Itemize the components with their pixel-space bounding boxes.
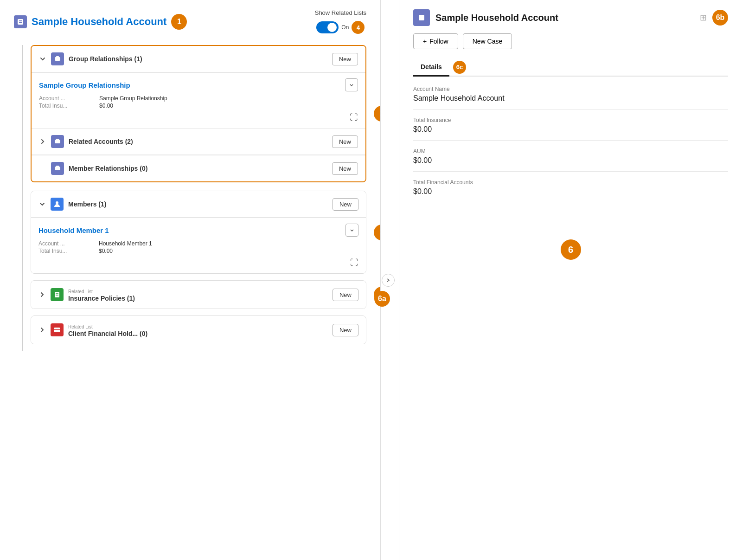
group-relationships-header: Group Relationships (1) New [32, 46, 365, 72]
group-relationship-link[interactable]: Sample Group Relationship [39, 81, 130, 89]
members-header: Members (1) New [31, 191, 366, 218]
tab-details[interactable]: Details [413, 58, 449, 77]
group-relationships-new-btn[interactable]: New [332, 53, 358, 65]
members-section: Members (1) New Household Member 1 [31, 191, 366, 274]
panel-expand-btn[interactable] [382, 274, 395, 287]
related-accounts-icon [51, 135, 64, 148]
right-panel-share-icon[interactable]: ⊞ [700, 13, 707, 23]
group-relationships-chevron[interactable] [39, 55, 46, 63]
grouped-related-section: Group Relationships (1) New Sample Group… [31, 45, 366, 182]
total-insurance-field: Total Insurance $0.00 [413, 117, 728, 141]
insurance-policies-chevron[interactable] [38, 291, 46, 298]
svg-rect-5 [55, 140, 60, 143]
insurance-policies-new-btn[interactable]: New [333, 289, 358, 301]
members-new-btn[interactable]: New [333, 198, 358, 211]
group-relationship-fields: Account ... Sample Group Relationship To… [39, 95, 358, 109]
annotation-6b: 6b [712, 10, 728, 26]
insurance-policies-title: Related List Insurance Policies (1) [68, 287, 328, 302]
group-relationship-record: Sample Group Relationship Account ... Sa… [32, 72, 365, 128]
related-accounts-new-btn[interactable]: New [332, 135, 358, 148]
member-record: Household Member 1 Account ... Household… [31, 218, 366, 273]
svg-rect-8 [56, 166, 59, 167]
member-relationships-icon [51, 162, 64, 175]
actions-row: + Follow New Case [413, 33, 728, 49]
member-record-fields: Account ... Household Member 1 Total Ins… [38, 240, 358, 254]
group-relationship-dropdown[interactable] [345, 78, 358, 91]
related-accounts-chevron[interactable] [39, 138, 46, 145]
client-financial-icon [51, 323, 64, 336]
group-relationships-icon [51, 52, 64, 65]
svg-rect-1 [19, 20, 22, 21]
page-title-area: Sample Household Account 1 [14, 14, 187, 30]
related-accounts-title: Related Accounts (2) [69, 138, 327, 145]
group-relationships-section: Group Relationships (1) New Sample Group… [32, 46, 365, 128]
svg-point-9 [56, 201, 58, 204]
tabs-row: Details 6c [413, 58, 728, 77]
member-record-title-row: Household Member 1 [38, 224, 358, 237]
client-financial-header: Related List Client Financial Hold... (0… [31, 316, 366, 344]
members-title: Members (1) [68, 200, 328, 208]
account-icon [14, 15, 27, 28]
main-lists: Group Relationships (1) New Sample Group… [31, 45, 366, 351]
annotation-6a: 6a [374, 291, 390, 307]
annotation-6: 6 [561, 239, 581, 260]
related-lists-outer: Group Relationships (1) New Sample Group… [14, 45, 366, 351]
insurance-policies-section: Related List Insurance Policies (1) New [31, 280, 366, 309]
client-financial-chevron[interactable] [38, 326, 46, 334]
account-name-field: Account Name Sample Household Account [413, 86, 728, 109]
svg-rect-2 [19, 22, 22, 23]
right-panel-title: Sample Household Account [435, 13, 694, 23]
total-financial-accounts-field: Total Financial Accounts $0.00 [413, 179, 728, 202]
svg-rect-10 [55, 292, 59, 297]
toggle-on-label: On [341, 24, 349, 31]
member-footer: ⛶ [38, 258, 358, 268]
svg-rect-7 [55, 167, 60, 170]
svg-rect-3 [55, 57, 60, 61]
right-header: Sample Household Account ⊞ 6b [413, 9, 728, 26]
client-financial-section: Related List Client Financial Hold... (0… [31, 315, 366, 344]
expand-arrow-area: 6a [380, 0, 399, 560]
annotation-2: 2 [374, 106, 380, 122]
group-relationships-title: Group Relationships (1) [69, 55, 327, 63]
member-hierarchy-icon[interactable]: ⛶ [350, 258, 358, 268]
page-title: Sample Household Account [32, 16, 166, 28]
member-record-link[interactable]: Household Member 1 [38, 226, 109, 234]
annotation-1: 1 [171, 14, 187, 30]
left-panel: Sample Household Account 1 Show Related … [0, 0, 380, 560]
svg-rect-6 [56, 139, 59, 140]
svg-rect-4 [56, 56, 59, 58]
related-accounts-section: Related Accounts (2) New [32, 128, 365, 155]
svg-rect-0 [18, 19, 23, 25]
hierarchy-icon[interactable]: ⛶ [350, 113, 358, 122]
member-relationships-new-btn[interactable]: New [332, 162, 358, 175]
related-accounts-header: Related Accounts (2) New [32, 129, 365, 155]
new-case-button[interactable]: New Case [463, 33, 512, 49]
details-section: Account Name Sample Household Account To… [413, 86, 728, 202]
record-footer: ⛶ [39, 113, 358, 122]
aum-field: AUM $0.00 [413, 148, 728, 172]
svg-rect-16 [419, 15, 424, 20]
follow-button[interactable]: + Follow [413, 33, 458, 49]
annotation-3: 3 [374, 225, 380, 240]
insurance-policies-header: Related List Insurance Policies (1) New [31, 281, 366, 309]
member-relationships-section: Member Relationships (0) New [32, 155, 365, 181]
annotation-6c: 6c [453, 61, 466, 74]
client-financial-new-btn[interactable]: New [333, 324, 358, 336]
toggle-wrapper: On 4 [316, 21, 365, 34]
record-title-row: Sample Group Relationship [39, 78, 358, 91]
rail-line [22, 45, 23, 351]
member-dropdown[interactable] [345, 224, 358, 237]
member-relationships-header: Member Relationships (0) New [32, 155, 365, 181]
svg-point-15 [57, 330, 58, 332]
insurance-policies-icon [51, 288, 64, 301]
follow-plus-icon: + [423, 38, 427, 45]
members-icon [51, 198, 64, 211]
left-rail [14, 45, 31, 351]
annotation-4: 4 [352, 21, 365, 34]
annotation-6-area: 6 [413, 239, 728, 260]
members-chevron[interactable] [38, 200, 46, 208]
right-panel: Sample Household Account ⊞ 6b + Follow N… [399, 0, 742, 560]
member-relationships-title: Member Relationships (0) [69, 165, 327, 172]
show-related-label: Show Related Lists [315, 9, 366, 16]
show-related-toggle[interactable] [316, 21, 339, 33]
